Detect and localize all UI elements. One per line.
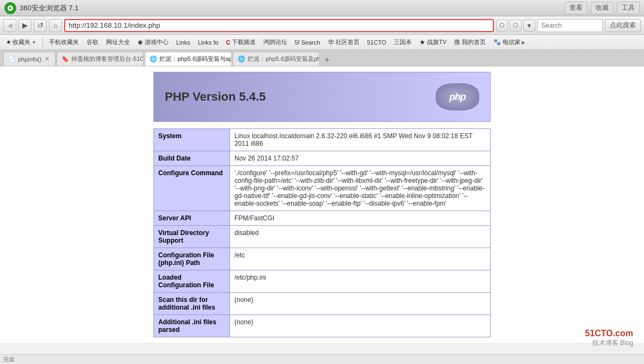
star-icon: ★: [6, 39, 11, 46]
bookmark-label: ◉ 游戏中心: [138, 38, 169, 46]
watermark: 51CTO.com 技术博客 Blog: [585, 329, 633, 343]
favorites-btn[interactable]: 收藏: [591, 2, 614, 14]
new-tab-button[interactable]: +: [321, 54, 333, 66]
tab-php-install2[interactable]: 🌐 烂泥：php5.6源码安装及php- ✕: [233, 52, 320, 66]
separator: [42, 38, 43, 47]
tab-icon: 📄: [8, 55, 16, 63]
tab-close-button[interactable]: ✕: [44, 55, 51, 63]
address-bar[interactable]: http://192.168.10.1/index.php: [64, 19, 494, 32]
tab-php-install[interactable]: 🌐 烂泥：php5.6源码安装与apac ✕: [145, 52, 232, 66]
bookmark-download[interactable]: C 下载频道: [224, 37, 258, 47]
tab-label: phpinfo(): [18, 56, 41, 63]
bookmark-community[interactable]: 华 社区首页: [325, 37, 362, 47]
svg-point-2: [9, 7, 11, 9]
bookmark-label: 三国杀: [394, 38, 412, 46]
table-key: Configure Command: [154, 166, 230, 211]
bookmark-label: 手机收藏夹: [49, 38, 79, 46]
tab-blog[interactable]: 🔖 掉蛋根的博客管理后台-51CTC ✕: [57, 52, 144, 66]
bookmark-weibo[interactable]: 微 我的首页: [451, 37, 488, 47]
phpinfo-content: PHP Version 5.4.5 php SystemLinux localh…: [153, 72, 491, 337]
tab-label-2: 掉蛋根的博客管理后台-51CTC: [71, 55, 144, 63]
title-controls: 查看 收藏 工具: [565, 2, 640, 14]
bookmark-label: Links: [176, 39, 190, 46]
table-row: SystemLinux localhost.localdomain 2.6.32…: [154, 129, 491, 151]
bookmark-sanguo[interactable]: 三国杀: [391, 37, 414, 47]
tab-label-4: 烂泥：php5.6源码安装及php-: [247, 55, 320, 63]
bookmark-google[interactable]: 谷歌: [84, 37, 101, 47]
bookmark-label: 下载频道: [232, 38, 256, 46]
chevron-icon-2: ▶: [522, 40, 525, 45]
bookmark-games[interactable]: ◉ 游戏中心: [135, 37, 171, 47]
watermark-sub: 技术博客 Blog: [585, 338, 633, 343]
nav-icon-1[interactable]: ⬡: [496, 20, 508, 32]
bookmark-favorites[interactable]: ★ 收藏夹 ▼: [3, 37, 39, 47]
bookmark-label: 华 社区首页: [328, 38, 360, 46]
table-row: Virtual Directory Supportdisabled: [154, 226, 491, 248]
bookmark-mobile[interactable]: 手机收藏夹: [46, 37, 82, 47]
bookmark-label: Links fo: [198, 39, 219, 46]
bookmark-label: ★ 战旗TV: [419, 38, 447, 46]
table-row: Configure Command'./configure' '--prefix…: [154, 166, 491, 211]
bookmarks-bar: ★ 收藏夹 ▼ 手机收藏夹 谷歌 网址大全 ◉ 游戏中心 Links Links…: [0, 35, 644, 50]
bookmark-links-fo[interactable]: Links fo: [195, 38, 221, 47]
bookmark-search[interactable]: 5f Search: [292, 38, 323, 47]
title-bar: 360安全浏览器 7.1 查看 收藏 工具: [0, 0, 644, 16]
php-logo-text: php: [449, 91, 466, 103]
bookmark-telecom[interactable]: 🐾 电信家 ▶: [491, 37, 528, 47]
table-key: Scan this dir for additional .ini files: [154, 293, 230, 315]
table-row: Additional .ini files parsed(none): [154, 315, 491, 337]
url-text: http://192.168.10.1/index.php: [69, 21, 160, 29]
bookmark-links[interactable]: Links: [174, 38, 193, 47]
nav-icon-2[interactable]: ⬡: [510, 20, 522, 32]
view-btn[interactable]: 查看: [565, 2, 587, 14]
bookmark-label: 谷歌: [86, 38, 98, 46]
browser-title: 360安全浏览器 7.1: [20, 3, 565, 13]
table-value: (none): [230, 293, 491, 315]
table-value: (none): [230, 315, 491, 337]
table-row: Build DateNov 26 2014 17:02:57: [154, 151, 491, 166]
phpinfo-table: SystemLinux localhost.localdomain 2.6.32…: [153, 128, 491, 337]
nav-extra-icons: ⬡ ⬡ ▼: [496, 20, 535, 32]
bookmark-zhanqi[interactable]: ★ 战旗TV: [417, 37, 449, 47]
bookmark-label: 5f Search: [295, 39, 320, 46]
tab-label-3: 烂泥：php5.6源码安装与apac: [159, 55, 232, 63]
bookmark-label: 51CTO: [367, 39, 386, 46]
table-value: Linux localhost.localdomain 2.6.32-220.e…: [230, 129, 491, 151]
bookmark-forum[interactable]: 鸿鹄论坛: [261, 37, 290, 47]
chevron-icon: ▼: [32, 40, 36, 45]
browser-logo: [4, 2, 16, 14]
table-key: System: [154, 129, 230, 151]
table-value: Nov 26 2014 17:02:57: [230, 151, 491, 166]
table-key: Server API: [154, 211, 230, 226]
bookmark-urls[interactable]: 网址大全: [103, 37, 133, 47]
watermark-main: 51CTO.com: [585, 329, 633, 338]
table-row: Loaded Configuration File/etc/php.ini: [154, 270, 491, 293]
php-logo: php: [436, 83, 479, 110]
home-button[interactable]: ⌂: [49, 19, 62, 32]
bookmark-label: 鸿鹄论坛: [263, 38, 287, 46]
nav-bar: ◀ ▶ ↺ ⌂ http://192.168.10.1/index.php ⬡ …: [0, 16, 644, 35]
tab-icon-2: 🔖: [61, 55, 69, 63]
refresh-button[interactable]: ↺: [34, 19, 47, 32]
table-value: disabled: [230, 226, 491, 248]
table-key: Loaded Configuration File: [154, 270, 230, 293]
forward-button[interactable]: ▶: [18, 19, 32, 32]
search-button[interactable]: 点此搜索: [605, 19, 641, 32]
php-version: PHP Version 5.4.5: [165, 90, 265, 104]
table-row: Configuration File (php.ini) Path/etc: [154, 248, 491, 270]
tab-bar: 📄 phpinfo() ✕ 🔖 掉蛋根的博客管理后台-51CTC ✕ 🌐 烂泥：…: [0, 50, 644, 66]
search-input[interactable]: [537, 19, 603, 32]
table-row: Server APIFPM/FastCGI: [154, 211, 491, 226]
table-value: './configure' '--prefix=/usr/local/php5'…: [230, 166, 491, 211]
tab-icon-3: 🌐: [150, 55, 157, 63]
bookmark-51cto[interactable]: 51CTO: [364, 38, 389, 47]
back-button[interactable]: ◀: [3, 19, 16, 32]
table-row: Scan this dir for additional .ini files(…: [154, 293, 491, 315]
tools-btn[interactable]: 工具: [617, 2, 640, 14]
nav-icon-3[interactable]: ▼: [523, 20, 535, 32]
c-icon: C: [226, 39, 231, 46]
bookmark-label: 收藏夹: [13, 38, 30, 46]
content-area: PHP Version 5.4.5 php SystemLinux localh…: [0, 66, 644, 343]
tab-phpinfo[interactable]: 📄 phpinfo() ✕: [3, 52, 55, 66]
bookmark-label: 🐾 电信家: [493, 38, 521, 46]
